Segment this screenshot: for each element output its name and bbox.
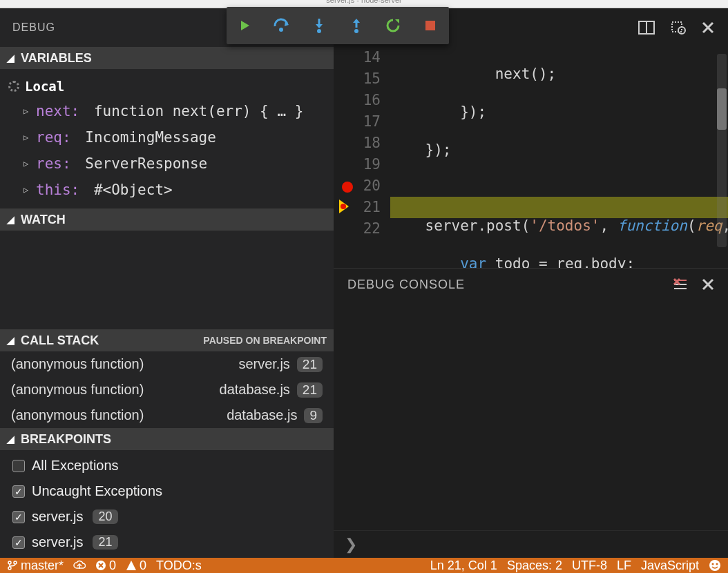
step-out-button[interactable] <box>345 14 367 37</box>
sync-button[interactable] <box>73 560 86 571</box>
line-numbers: 141516171819202122 <box>334 47 387 240</box>
breakpoint-row[interactable]: All Exceptions <box>0 453 334 478</box>
feedback-icon[interactable] <box>709 559 721 572</box>
language-mode[interactable]: JavaScript <box>641 559 699 573</box>
svg-point-13 <box>279 28 283 32</box>
error-icon <box>95 560 106 571</box>
toggle-panel-icon[interactable] <box>670 20 687 35</box>
variable-row[interactable]: ▷req: IncomingMessage <box>8 124 334 150</box>
breakpoints-section-header[interactable]: ◢ BREAKPOINTS <box>0 428 334 450</box>
chevron-down-icon: ◢ <box>7 335 18 346</box>
chevron-down-icon: ◢ <box>7 214 18 225</box>
expand-icon: ▷ <box>23 106 33 116</box>
branch-icon <box>7 560 18 571</box>
callstack-section-header[interactable]: ◢ CALL STACK PAUSED ON BREAKPOINT <box>0 329 334 351</box>
debug-label: DEBUG <box>12 21 55 34</box>
variable-row[interactable]: ▷this: #<Object> <box>8 177 334 203</box>
variables-section-header[interactable]: ◢ VARIABLES <box>0 47 334 69</box>
loading-spinner-icon <box>8 81 19 92</box>
debug-sidebar: DEBUG Launch ◢ VARIABLES Local ▷next: fu… <box>0 8 334 558</box>
watch-section-header[interactable]: ◢ WATCH <box>0 208 334 231</box>
clear-console-icon[interactable] <box>673 278 688 291</box>
step-over-button[interactable] <box>271 14 293 37</box>
callstack-row[interactable]: (anonymous function)database.js21 <box>0 377 334 402</box>
git-branch[interactable]: master* <box>7 559 64 573</box>
cloud-sync-icon <box>73 560 86 571</box>
code-content[interactable]: next(); }); }); server.post('/todos', fu… <box>390 47 728 268</box>
encoding[interactable]: UTF-8 <box>572 559 607 573</box>
variables-body: Local ▷next: function next(err) { … } ▷r… <box>0 69 334 208</box>
continue-button[interactable] <box>234 14 256 37</box>
variable-row[interactable]: ▷res: ServerResponse <box>8 150 334 177</box>
callstack-row[interactable]: (anonymous function)database.js9 <box>0 402 334 428</box>
eol[interactable]: LF <box>617 559 631 573</box>
svg-point-26 <box>709 560 720 571</box>
debug-console-title: DEBUG CONSOLE <box>347 278 673 292</box>
debug-toolbar[interactable] <box>227 7 449 44</box>
svg-point-28 <box>716 563 718 565</box>
breakpoint-row[interactable]: ✓Uncaught Exceptions <box>0 478 334 504</box>
stop-button[interactable] <box>419 14 441 37</box>
warnings-count[interactable]: 0 <box>126 559 146 573</box>
svg-point-21 <box>14 561 17 564</box>
expand-icon: ▷ <box>23 185 33 195</box>
pause-status: PAUSED ON BREAKPOINT <box>203 335 327 346</box>
callstack-row[interactable]: (anonymous function)server.js21 <box>0 351 334 377</box>
step-into-button[interactable] <box>308 14 330 37</box>
checkbox-checked[interactable]: ✓ <box>12 536 25 549</box>
checkbox[interactable] <box>12 460 25 472</box>
svg-point-15 <box>317 29 321 33</box>
warning-icon <box>126 560 137 571</box>
close-editor-icon[interactable] <box>702 21 714 34</box>
chevron-down-icon: ◢ <box>7 434 18 445</box>
split-editor-icon[interactable] <box>638 21 655 35</box>
debug-console: DEBUG CONSOLE ❯ <box>334 268 728 558</box>
callstack-body: (anonymous function)server.js21 (anonymo… <box>0 351 334 428</box>
checkbox-checked[interactable]: ✓ <box>12 485 25 498</box>
variable-row[interactable]: ▷next: function next(err) { … } <box>8 98 334 124</box>
status-bar: master* 0 0 TODO:s Ln 21, Col 1 Spaces: … <box>0 558 728 573</box>
watch-body <box>0 231 334 329</box>
svg-point-17 <box>354 29 358 33</box>
svg-point-27 <box>712 563 714 565</box>
restart-button[interactable] <box>382 14 404 37</box>
cursor-position[interactable]: Ln 21, Col 1 <box>430 559 497 573</box>
svg-rect-18 <box>425 21 435 30</box>
breakpoint-row[interactable]: ✓server.js20 <box>0 504 334 530</box>
close-console-icon[interactable] <box>702 278 714 291</box>
indent-setting[interactable]: Spaces: 2 <box>507 559 562 573</box>
chevron-down-icon: ◢ <box>7 52 18 64</box>
breakpoints-body: All Exceptions ✓Uncaught Exceptions ✓ser… <box>0 450 334 558</box>
expand-icon: ▷ <box>23 159 33 168</box>
checkbox-checked[interactable]: ✓ <box>12 511 25 523</box>
debug-console-input[interactable]: ❯ <box>334 530 728 558</box>
expand-icon: ▷ <box>23 133 33 142</box>
vertical-scrollbar[interactable] <box>717 54 727 247</box>
todos-status[interactable]: TODO:s <box>156 559 202 573</box>
code-editor[interactable]: 141516171819202122 next(); }); }); serve… <box>334 47 728 268</box>
debug-console-output[interactable] <box>334 300 728 530</box>
svg-point-20 <box>8 567 11 570</box>
scope-local[interactable]: Local <box>8 75 334 98</box>
chevron-right-icon: ❯ <box>345 536 357 554</box>
editor-panel: 141516171819202122 next(); }); }); serve… <box>334 8 728 558</box>
svg-point-19 <box>8 561 11 564</box>
errors-count[interactable]: 0 <box>95 559 116 573</box>
breakpoint-row[interactable]: ✓server.js21 <box>0 530 334 555</box>
